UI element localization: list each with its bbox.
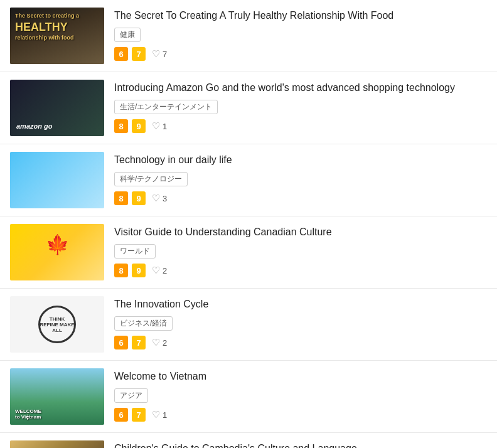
like-count: ♡ 1 (152, 120, 167, 132)
content-list: The Secret to creating aHEALTHYrelations… (0, 0, 497, 448)
level-badge-7: 7 (132, 336, 146, 349)
like-count: ♡ 3 (152, 193, 167, 204)
thumbnail (10, 224, 104, 280)
level-badge-9: 9 (132, 264, 146, 277)
like-count: ♡ 2 (152, 265, 167, 276)
thumbnail (10, 440, 104, 448)
item-title: The Innovation Cycle (114, 297, 487, 311)
heart-icon: ♡ (152, 193, 160, 204)
thumbnail (10, 80, 104, 136)
level-badge-8: 8 (114, 264, 128, 277)
item-title: Introducing Amazon Go and the world's mo… (114, 81, 487, 95)
meta-row: 89 ♡ 3 (114, 191, 487, 205)
list-item[interactable]: Technology in our daily life 科学/テクノロジー 8… (0, 144, 497, 216)
level-badge-7: 7 (132, 408, 146, 422)
thumbnail: THINKREFINE MAKEALL (10, 296, 104, 353)
list-item[interactable]: THINKREFINE MAKEALL The Innovation Cycle… (0, 289, 497, 361)
category-tag[interactable]: アジア (114, 388, 148, 403)
like-count: ♡ 2 (152, 337, 167, 348)
level-badge-6: 6 (114, 47, 128, 61)
meta-row: 67 ♡ 2 (114, 336, 487, 349)
category-tag[interactable]: ワールド (114, 244, 156, 259)
item-title: Welcome to Vietnam (114, 370, 487, 383)
like-count: ♡ 7 (152, 48, 167, 60)
like-count: ♡ 1 (152, 409, 167, 420)
item-content: Introducing Amazon Go and the world's mo… (114, 80, 487, 133)
category-tag[interactable]: 生活/エンターテインメント (114, 100, 218, 114)
list-item[interactable]: The Secret to creating aHEALTHYrelations… (0, 0, 497, 72)
level-badge-9: 9 (132, 119, 146, 133)
category-tag[interactable]: 科学/テクノロジー (114, 172, 188, 186)
level-badge-8: 8 (114, 119, 128, 133)
category-tag[interactable]: 健康 (114, 28, 141, 42)
list-item[interactable]: Visitor Guide to Understanding Canadian … (0, 216, 497, 289)
meta-row: 89 ♡ 2 (114, 264, 487, 277)
level-badge-7: 7 (132, 47, 146, 61)
level-badge-8: 8 (114, 191, 128, 205)
thumbnail: The Secret to creating aHEALTHYrelations… (10, 8, 104, 64)
item-title: The Secret To Creating A Truly Healthy R… (114, 9, 487, 23)
item-content: Visitor Guide to Understanding Canadian … (114, 224, 487, 277)
level-badge-6: 6 (114, 336, 128, 349)
thumbnail (10, 368, 104, 425)
heart-icon: ♡ (152, 337, 160, 348)
heart-icon: ♡ (152, 409, 160, 420)
heart-icon: ♡ (152, 48, 160, 60)
meta-row: 89 ♡ 1 (114, 119, 487, 133)
item-content: Children's Guide to Cambodia's Culture a… (114, 440, 487, 448)
item-title: Technology in our daily life (114, 153, 487, 167)
heart-icon: ♡ (152, 120, 160, 132)
level-badge-9: 9 (132, 191, 146, 205)
item-title: Children's Guide to Cambodia's Culture a… (114, 442, 487, 448)
list-item[interactable]: Children's Guide to Cambodia's Culture a… (0, 433, 497, 448)
list-item[interactable]: Welcome to Vietnam アジア 67 ♡ 1 (0, 361, 497, 433)
thumbnail (10, 152, 104, 208)
category-tag[interactable]: ビジネス/経済 (114, 316, 173, 331)
item-content: Welcome to Vietnam アジア 67 ♡ 1 (114, 368, 487, 422)
item-title: Visitor Guide to Understanding Canadian … (114, 225, 487, 239)
item-content: The Secret To Creating A Truly Healthy R… (114, 8, 487, 61)
list-item[interactable]: Introducing Amazon Go and the world's mo… (0, 72, 497, 144)
item-content: Technology in our daily life 科学/テクノロジー 8… (114, 152, 487, 205)
item-content: The Innovation Cycle ビジネス/経済 67 ♡ 2 (114, 296, 487, 349)
level-badge-6: 6 (114, 408, 128, 422)
meta-row: 67 ♡ 1 (114, 408, 487, 422)
heart-icon: ♡ (152, 265, 160, 276)
meta-row: 67 ♡ 7 (114, 47, 487, 61)
